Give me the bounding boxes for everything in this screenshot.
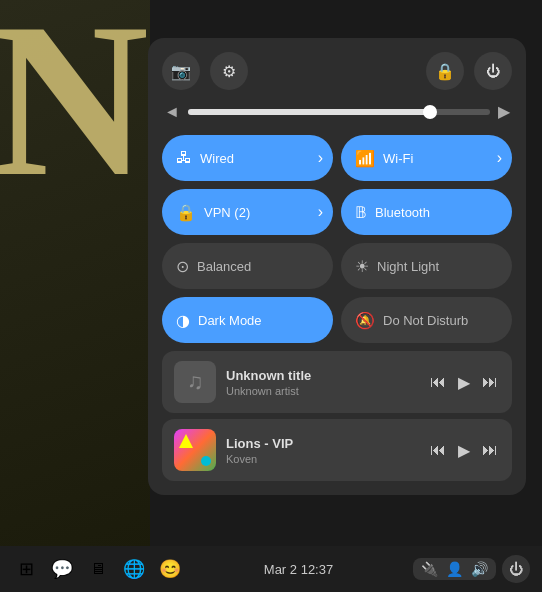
settings-button[interactable]: ⚙ <box>210 52 248 90</box>
power-button[interactable]: ⏻ <box>474 52 512 90</box>
toggles-grid: 🖧 Wired › 📶 Wi-Fi › 🔒 VPN (2) › 𝔹 <box>162 135 512 343</box>
taskbar: ⊞ 💬 🖥 🌐 😊 Mar 2 12:37 🔌 👤 🔊 ⏻ <box>0 546 542 592</box>
dark-mode-label: Dark Mode <box>198 313 262 328</box>
media-artist-unknown: Unknown artist <box>226 385 418 397</box>
screenshot-icon: 📷 <box>171 62 191 81</box>
play-button-unknown[interactable]: ▶ <box>456 371 472 394</box>
bluetooth-toggle[interactable]: 𝔹 Bluetooth <box>341 189 512 235</box>
night-light-icon: ☀ <box>355 257 369 276</box>
wired-toggle-left: 🖧 Wired <box>176 149 234 167</box>
media-card-unknown: ♫ Unknown title Unknown artist ⏮ ▶ ⏭ <box>162 351 512 413</box>
taskbar-app-emoji[interactable]: 😊 <box>156 555 184 583</box>
night-light-label: Night Light <box>377 259 439 274</box>
music-note-icon: ♫ <box>187 369 204 395</box>
media-card-lions: Lions - VIP Koven ⏮ ▶ ⏭ <box>162 419 512 481</box>
taskbar-power-button[interactable]: ⏻ <box>502 555 530 583</box>
vpn-label: VPN (2) <box>204 205 250 220</box>
wifi-toggle[interactable]: 📶 Wi-Fi › <box>341 135 512 181</box>
media-section: ♫ Unknown title Unknown artist ⏮ ▶ ⏭ Lio… <box>162 351 512 481</box>
wifi-label: Wi-Fi <box>383 151 413 166</box>
balanced-icon: ⊙ <box>176 257 189 276</box>
screenshot-button[interactable]: 📷 <box>162 52 200 90</box>
top-icons-left: 📷 ⚙ <box>162 52 248 90</box>
volume-down-icon[interactable]: ◄ <box>164 103 180 121</box>
taskbar-power-icon: ⏻ <box>509 561 523 577</box>
volume-slider[interactable] <box>188 109 490 115</box>
prev-button-unknown[interactable]: ⏮ <box>428 371 448 393</box>
vpn-toggle-left: 🔒 VPN (2) <box>176 203 250 222</box>
volume-next-icon[interactable]: ▶ <box>498 102 510 121</box>
wired-arrow-icon: › <box>318 149 323 167</box>
volume-row: ◄ ▶ <box>162 102 512 121</box>
quick-settings-panel: 📷 ⚙ 🔒 ⏻ ◄ ▶ 🖧 Wired <box>148 38 526 495</box>
dnd-toggle[interactable]: 🔕 Do Not Disturb <box>341 297 512 343</box>
taskbar-system: 🔌 👤 🔊 ⏻ <box>413 555 530 583</box>
media-title-lions: Lions - VIP <box>226 436 418 451</box>
top-icons-row: 📷 ⚙ 🔒 ⏻ <box>162 52 512 90</box>
taskbar-volume-icon[interactable]: 🔊 <box>471 561 488 577</box>
wifi-toggle-left: 📶 Wi-Fi <box>355 149 413 168</box>
taskbar-app-browser[interactable]: 🌐 <box>120 555 148 583</box>
bluetooth-toggle-left: 𝔹 Bluetooth <box>355 203 430 222</box>
wifi-arrow-icon: › <box>497 149 502 167</box>
wired-toggle[interactable]: 🖧 Wired › <box>162 135 333 181</box>
dark-mode-icon: ◑ <box>176 311 190 330</box>
lock-button[interactable]: 🔒 <box>426 52 464 90</box>
volume-thumb <box>423 105 437 119</box>
dark-mode-toggle[interactable]: ◑ Dark Mode <box>162 297 333 343</box>
media-info-unknown: Unknown title Unknown artist <box>226 368 418 397</box>
taskbar-network-icon[interactable]: 🔌 <box>421 561 438 577</box>
night-light-toggle-left: ☀ Night Light <box>355 257 439 276</box>
taskbar-app-terminal[interactable]: 🖥 <box>84 555 112 583</box>
night-light-toggle[interactable]: ☀ Night Light <box>341 243 512 289</box>
gear-icon: ⚙ <box>222 62 236 81</box>
wifi-icon: 📶 <box>355 149 375 168</box>
media-thumb-unknown: ♫ <box>174 361 216 403</box>
bg-letter: N <box>0 0 149 210</box>
taskbar-app-discord[interactable]: 💬 <box>48 555 76 583</box>
volume-fill <box>188 109 430 115</box>
next-button-lions[interactable]: ⏭ <box>480 439 500 461</box>
next-button-unknown[interactable]: ⏭ <box>480 371 500 393</box>
bluetooth-icon: 𝔹 <box>355 203 367 222</box>
media-thumb-lions <box>174 429 216 471</box>
play-button-lions[interactable]: ▶ <box>456 439 472 462</box>
lock-icon: 🔒 <box>435 62 455 81</box>
wired-label: Wired <box>200 151 234 166</box>
background-illustration: N <box>0 0 150 592</box>
vpn-icon: 🔒 <box>176 203 196 222</box>
vpn-toggle[interactable]: 🔒 VPN (2) › <box>162 189 333 235</box>
taskbar-clock: Mar 2 12:37 <box>264 562 333 577</box>
dark-mode-toggle-left: ◑ Dark Mode <box>176 311 262 330</box>
dnd-toggle-left: 🔕 Do Not Disturb <box>355 311 468 330</box>
power-icon: ⏻ <box>486 63 500 79</box>
dnd-label: Do Not Disturb <box>383 313 468 328</box>
top-icons-right: 🔒 ⏻ <box>426 52 512 90</box>
taskbar-apps: ⊞ 💬 🖥 🌐 😊 <box>12 555 184 583</box>
wired-icon: 🖧 <box>176 149 192 167</box>
balanced-toggle-left: ⊙ Balanced <box>176 257 251 276</box>
taskbar-user-icon[interactable]: 👤 <box>446 561 463 577</box>
balanced-label: Balanced <box>197 259 251 274</box>
prev-button-lions[interactable]: ⏮ <box>428 439 448 461</box>
media-controls-unknown: ⏮ ▶ ⏭ <box>428 371 500 394</box>
media-artist-lions: Koven <box>226 453 418 465</box>
taskbar-sys-group: 🔌 👤 🔊 <box>413 558 496 580</box>
taskbar-app-apps[interactable]: ⊞ <box>12 555 40 583</box>
dnd-icon: 🔕 <box>355 311 375 330</box>
bluetooth-label: Bluetooth <box>375 205 430 220</box>
media-title-unknown: Unknown title <box>226 368 418 383</box>
media-controls-lions: ⏮ ▶ ⏭ <box>428 439 500 462</box>
balanced-toggle[interactable]: ⊙ Balanced <box>162 243 333 289</box>
media-info-lions: Lions - VIP Koven <box>226 436 418 465</box>
vpn-arrow-icon: › <box>318 203 323 221</box>
